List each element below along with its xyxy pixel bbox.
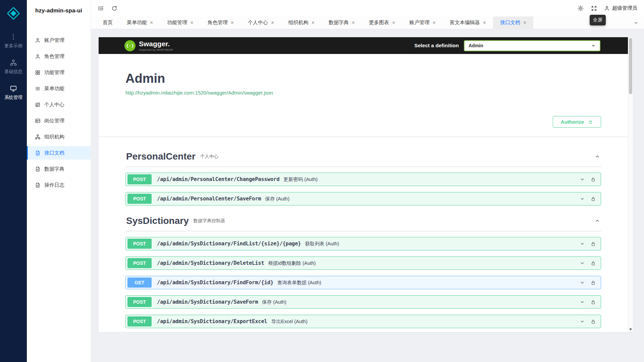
refresh-icon[interactable] [111, 5, 118, 12]
sidebar-item-organization[interactable]: 组织机构 [27, 130, 91, 143]
tab-item[interactable]: 角色管理× [201, 16, 241, 29]
user-menu[interactable]: 超级管理员 [604, 5, 637, 11]
operation-controls [580, 280, 596, 286]
app-logo-icon[interactable] [6, 6, 21, 21]
lock-icon [590, 319, 596, 324]
scrollbar-thumb[interactable] [629, 38, 632, 94]
definition-select[interactable]: Admin [464, 40, 600, 51]
lock-icon [590, 280, 596, 286]
sidebar-item-role-management[interactable]: 角色管理 [27, 50, 91, 63]
operation-row[interactable]: POST /api/admin/SysDictionary/ExportExce… [125, 315, 601, 328]
tab-item[interactable]: 富文本编辑器× [443, 16, 493, 29]
user-icon [35, 38, 41, 43]
close-icon[interactable]: × [392, 20, 395, 25]
authorize-button[interactable]: Authorize [553, 116, 601, 128]
close-icon[interactable]: × [231, 20, 234, 25]
chevron-up-icon[interactable] [594, 218, 600, 224]
operation-row[interactable]: GET /api/admin/SysDictionary/FindForm/{i… [125, 276, 601, 289]
rail-item-label: 系统管理 [4, 95, 22, 101]
tab-item[interactable]: 组织机构× [281, 16, 321, 29]
close-icon[interactable]: × [432, 20, 435, 25]
swagger-logo-icon: {·} [124, 40, 136, 51]
section-header[interactable]: PersonalCenter 个人中心 [125, 148, 601, 167]
sidebar-item-api-docs[interactable]: 接口文档 [27, 146, 91, 160]
sidebar-item-personal-center[interactable]: 个人中心 [27, 98, 91, 111]
content-area: {·} Swagger. Supported by SMARTBEAR Sele… [91, 29, 644, 362]
tab-item[interactable]: 接口文档× [493, 16, 533, 29]
sidebar-item-label: 账户管理 [44, 37, 64, 44]
swagger-sections: PersonalCenter 个人中心 POST /api/admin/Pers… [99, 136, 628, 332]
close-icon[interactable]: × [523, 20, 526, 25]
operation-summary: 导出Excel (Auth) [271, 318, 308, 325]
close-icon[interactable]: × [352, 20, 355, 25]
tab-item[interactable]: 个人中心× [241, 16, 281, 29]
rail-item-system-management[interactable]: 系统管理 [4, 80, 22, 106]
tab-label: 接口文档 [500, 19, 520, 26]
swagger-wordmark: Swagger. [139, 40, 173, 47]
tab-label: 账户管理 [409, 19, 429, 26]
operation-path: /api/admin/SysDictionary/DeleteList [157, 260, 264, 266]
method-badge: GET [127, 278, 152, 288]
sidebar-item-menu-function[interactable]: 菜单功能 [27, 82, 91, 95]
close-icon[interactable]: × [150, 20, 153, 25]
tab-item[interactable]: 账户管理× [402, 16, 442, 29]
sidebar-item-account-management[interactable]: 账户管理 [27, 34, 91, 47]
operation-row[interactable]: POST /api/admin/PersonalCenter/ChangePas… [125, 173, 601, 186]
tab-item[interactable]: 更多图表× [362, 16, 402, 29]
chevron-up-icon[interactable] [594, 154, 600, 160]
close-icon[interactable]: × [271, 20, 274, 25]
operation-path: /api/admin/PersonalCenter/SaveForm [157, 196, 261, 202]
rail-item-more-examples[interactable]: 更多示例 [4, 28, 22, 54]
swagger-brand[interactable]: {·} Swagger. Supported by SMARTBEAR [124, 40, 173, 51]
operations-list: POST /api/admin/SysDictionary/FindList/{… [125, 231, 601, 328]
scroll-down-arrow-icon[interactable] [629, 328, 632, 330]
operation-summary: 查询表单数据 (Auth) [277, 280, 321, 286]
tab-label: 功能管理 [167, 19, 187, 26]
chevron-down-icon [580, 299, 585, 305]
section-header[interactable]: SysDictionary 数据字典控制器 [125, 212, 601, 231]
appstore-icon [35, 70, 41, 75]
spec-url-link[interactable]: http://hzyadmin.milaizhijie.com:1520/swa… [125, 90, 273, 96]
chevron-down-icon [580, 177, 585, 182]
tab-item[interactable]: 数据字典× [322, 16, 362, 29]
swagger-panel: {·} Swagger. Supported by SMARTBEAR Sele… [99, 37, 633, 332]
close-icon[interactable]: × [483, 20, 486, 25]
sidebar-item-label: 操作日志 [44, 182, 64, 188]
operation-row[interactable]: POST /api/admin/PersonalCenter/SaveForm … [125, 192, 601, 205]
file-icon [35, 166, 41, 172]
unlock-icon [588, 119, 593, 124]
scheme-container: Authorize [99, 108, 628, 136]
sidebar-item-post-management[interactable]: 岗位管理 [27, 114, 91, 127]
swagger-scrollbar[interactable] [628, 37, 633, 332]
fullscreen-icon[interactable] [591, 5, 597, 12]
left-rail: 更多示例基础信息系统管理 [0, 0, 27, 362]
sidebar-item-operation-log[interactable]: 操作日志 [27, 178, 91, 192]
swagger-tagline: Supported by SMARTBEAR [139, 48, 173, 51]
sidebar-item-function-management[interactable]: 功能管理 [27, 66, 91, 79]
close-icon[interactable]: × [311, 20, 314, 25]
ellipsis-icon [10, 33, 17, 41]
lock-icon [590, 241, 596, 247]
tab-item[interactable]: 功能管理× [160, 16, 200, 29]
close-icon[interactable]: × [190, 20, 193, 25]
method-badge: POST [127, 316, 152, 326]
chevron-down-icon [580, 196, 585, 201]
settings-gear-icon[interactable] [577, 5, 584, 12]
lock-icon [590, 299, 596, 305]
file-icon [35, 150, 41, 156]
operation-row[interactable]: POST /api/admin/SysDictionary/SaveForm 保… [125, 295, 601, 309]
tab-item[interactable]: 首页 [96, 16, 120, 29]
tab-label: 数据字典 [329, 19, 349, 26]
collapse-sidebar-icon[interactable] [98, 5, 104, 12]
operation-row[interactable]: POST /api/admin/SysDictionary/FindList/{… [125, 237, 601, 250]
lock-icon [590, 177, 596, 182]
operation-row[interactable]: POST /api/admin/SysDictionary/DeleteList… [125, 256, 601, 270]
operation-path: /api/admin/SysDictionary/FindList/{size}… [157, 241, 301, 247]
user-name: 超级管理员 [612, 5, 637, 11]
tab-dropdown-button[interactable] [628, 16, 644, 29]
sidebar-item-data-dictionary[interactable]: 数据字典 [27, 162, 91, 176]
tab-label: 首页 [103, 19, 113, 26]
tab-item[interactable]: 菜单功能× [120, 16, 160, 29]
rail-item-basic-info[interactable]: 基础信息 [4, 54, 22, 80]
section-name: PersonalCenter [126, 151, 196, 162]
